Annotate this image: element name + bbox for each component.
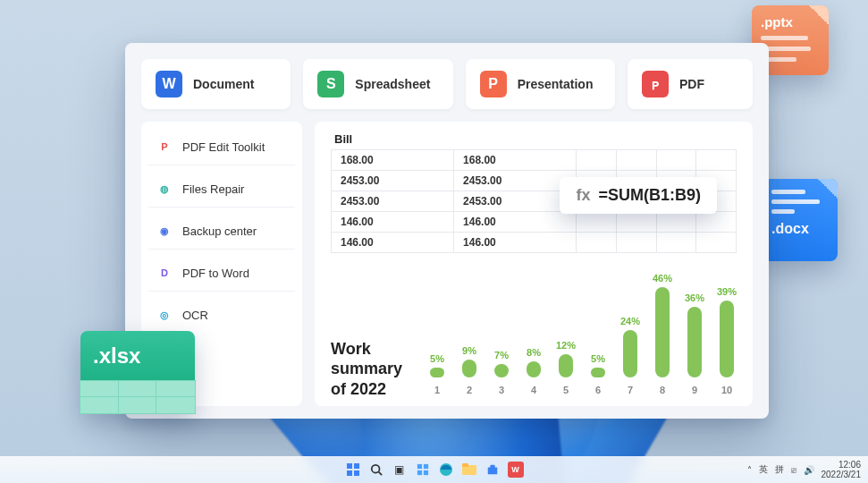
bar-value-label: 39% xyxy=(717,286,737,297)
cell[interactable]: 146.00 xyxy=(332,233,454,253)
cell[interactable] xyxy=(616,150,656,171)
spreadsheet-icon: S xyxy=(317,71,344,97)
wps-icon[interactable]: W xyxy=(508,462,524,478)
bar xyxy=(720,301,734,377)
cell[interactable] xyxy=(696,150,737,171)
cell[interactable]: 2453.00 xyxy=(332,171,454,191)
cell[interactable] xyxy=(577,150,617,171)
tray-date[interactable]: 2022/3/21 xyxy=(822,470,862,479)
sidebar-item-ocr[interactable]: ◎ OCR xyxy=(148,297,295,333)
spreadsheet-button[interactable]: S Spreadsheet xyxy=(303,59,452,109)
bar-x-label: 8 xyxy=(660,385,665,395)
spreadsheet-button-label: Spreadsheet xyxy=(355,77,430,91)
cell[interactable] xyxy=(616,212,656,233)
widgets-icon[interactable] xyxy=(415,462,431,478)
app-window: W Document S Spreadsheet P Presentation … xyxy=(125,43,769,419)
table-row[interactable]: 168.00168.00 xyxy=(332,150,737,171)
taskbar[interactable]: ▣ W ˄ 英 拼 ⎚ 🔊 12:06 2022/3/21 xyxy=(0,456,868,483)
bar-column: 7%3 xyxy=(492,350,511,395)
formula-text: =SUM(B1:B9) xyxy=(598,186,701,204)
xlsx-file-icon: .xlsx xyxy=(80,331,195,413)
cell[interactable]: 146.00 xyxy=(454,212,577,233)
cell[interactable]: 168.00 xyxy=(332,150,454,171)
bar-column: 46%8 xyxy=(653,273,672,395)
bar xyxy=(655,287,670,377)
svg-line-5 xyxy=(378,472,382,476)
bar-x-label: 9 xyxy=(692,385,697,395)
svg-rect-14 xyxy=(490,465,494,469)
bar-value-label: 5% xyxy=(591,353,605,364)
cell[interactable]: 2453.00 xyxy=(454,191,577,212)
edge-icon[interactable] xyxy=(438,462,454,478)
cell[interactable] xyxy=(696,212,737,233)
svg-rect-12 xyxy=(462,463,468,467)
table-row[interactable]: 146.00146.00 xyxy=(332,212,737,233)
start-icon[interactable] xyxy=(345,462,361,478)
bar-column: 5%1 xyxy=(427,353,447,395)
cell[interactable] xyxy=(616,233,656,253)
sidebar-item-label: OCR xyxy=(182,309,208,322)
bar-x-label: 6 xyxy=(595,385,601,395)
explorer-icon[interactable] xyxy=(461,462,477,478)
cell[interactable] xyxy=(656,150,696,171)
document-button[interactable]: W Document xyxy=(141,59,291,109)
bar-x-label: 4 xyxy=(531,385,536,395)
cell[interactable]: 2453.00 xyxy=(454,171,577,191)
bar xyxy=(687,307,702,377)
taskbar-tray[interactable]: ˄ 英 拼 ⎚ 🔊 12:06 2022/3/21 xyxy=(747,460,862,479)
bar-column: 24%7 xyxy=(620,316,640,395)
ime-language[interactable]: 英 xyxy=(759,463,768,476)
chart-area: Work summary of 2022 5%19%27%38%412%55%6… xyxy=(331,262,737,399)
cell[interactable] xyxy=(656,233,696,253)
search-icon[interactable] xyxy=(368,462,384,478)
sidebar-item-backup-center[interactable]: ◉ Backup center xyxy=(148,213,295,250)
pdf-button[interactable]: ᴘ PDF xyxy=(628,59,753,109)
bar xyxy=(430,368,444,377)
app-topbar: W Document S Spreadsheet P Presentation … xyxy=(141,59,753,109)
bar-value-label: 5% xyxy=(430,353,444,364)
formula-bar: fx =SUM(B1:B9) xyxy=(560,177,717,214)
presentation-button[interactable]: P Presentation xyxy=(466,59,615,109)
cell[interactable] xyxy=(696,233,737,253)
bar-column: 5%6 xyxy=(588,353,608,395)
svg-rect-2 xyxy=(347,470,352,476)
tray-time[interactable]: 12:06 xyxy=(839,460,861,470)
files-repair-icon: ◍ xyxy=(156,180,173,198)
bar-x-label: 7 xyxy=(628,385,633,395)
network-icon[interactable]: ⎚ xyxy=(791,465,796,475)
cell[interactable]: 146.00 xyxy=(332,212,454,233)
cell[interactable]: 2453.00 xyxy=(332,191,454,212)
bar-value-label: 46% xyxy=(653,273,672,284)
tray-chevron-icon[interactable]: ˄ xyxy=(747,465,752,475)
sidebar-item-pdf-edit-toolkit[interactable]: P PDF Edit Toolkit xyxy=(148,129,295,165)
sidebar-item-pdf-to-word[interactable]: D PDF to Word xyxy=(148,255,295,292)
sidebar-item-label: Files Repair xyxy=(182,182,244,196)
presentation-icon: P xyxy=(480,71,507,97)
volume-icon[interactable]: 🔊 xyxy=(804,465,814,475)
sidebar-item-label: Backup center xyxy=(182,225,257,238)
docx-file-icon: .docx xyxy=(763,179,838,261)
cell[interactable]: 146.00 xyxy=(454,233,577,253)
backup-center-icon: ◉ xyxy=(156,222,173,240)
document-button-label: Document xyxy=(193,77,254,91)
cell[interactable] xyxy=(577,212,617,233)
cell[interactable] xyxy=(656,212,696,233)
svg-rect-7 xyxy=(423,464,427,469)
svg-rect-9 xyxy=(423,470,427,475)
docx-label: .docx xyxy=(771,221,829,237)
sidebar-item-files-repair[interactable]: ◍ Files Repair xyxy=(148,171,295,208)
cell[interactable] xyxy=(577,233,617,253)
bar-x-label: 5 xyxy=(563,385,569,395)
store-icon[interactable] xyxy=(485,462,501,478)
bar xyxy=(591,368,605,377)
sheet-title: Bill xyxy=(331,132,737,146)
bar xyxy=(462,360,476,377)
taskbar-center: ▣ W xyxy=(345,462,524,478)
table-row[interactable]: 146.00146.00 xyxy=(332,233,737,253)
cell[interactable]: 168.00 xyxy=(454,150,577,171)
pdf-button-label: PDF xyxy=(679,77,704,91)
task-view-icon[interactable]: ▣ xyxy=(392,462,408,478)
pdf-to-word-icon: D xyxy=(156,264,173,282)
ime-mode[interactable]: 拼 xyxy=(775,463,784,476)
bar xyxy=(559,354,573,377)
